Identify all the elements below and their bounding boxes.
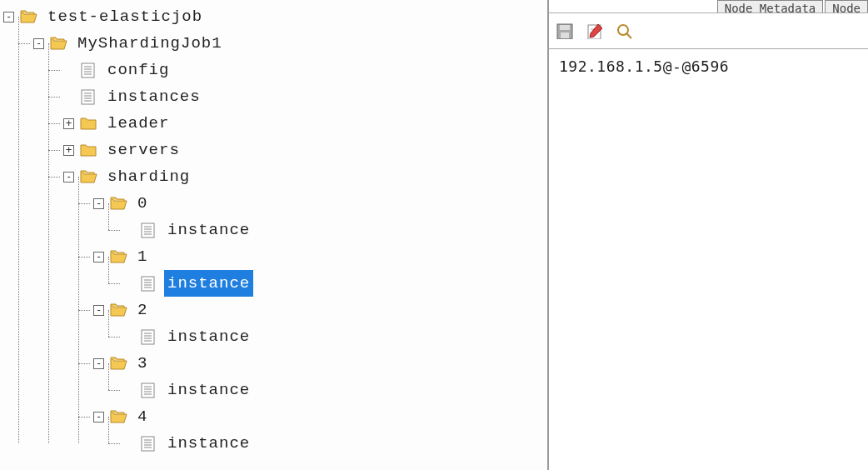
expando-minus[interactable]: -	[3, 12, 14, 22]
expando-plus[interactable]: +	[63, 145, 74, 156]
document-icon	[79, 88, 97, 105]
expando-minus[interactable]: -	[63, 172, 74, 182]
tree-node-instance[interactable]: instance	[123, 217, 547, 243]
tree-node-shard[interactable]: -0instance	[93, 190, 547, 243]
folder-open-icon	[19, 8, 37, 25]
document-icon	[139, 275, 157, 292]
expando-minus[interactable]: -	[93, 198, 104, 209]
tree-node-shard[interactable]: -3instance	[93, 350, 547, 403]
tree-label[interactable]: 4	[134, 403, 151, 430]
tree-node-instances[interactable]: instances	[63, 83, 547, 110]
tree-node-root[interactable]: - test-elasticjob - MyShardingJob1	[3, 3, 547, 457]
expando-spacer	[123, 385, 134, 396]
node-value[interactable]: 192.168.1.5@-@6596	[549, 49, 868, 83]
tree-node-instance[interactable]: instance	[123, 377, 547, 403]
expando-minus[interactable]: -	[33, 38, 44, 49]
folder-open-icon	[109, 302, 127, 318]
tree-label[interactable]: 3	[134, 350, 151, 377]
tree-node-shard[interactable]: -4instance	[93, 403, 547, 457]
tree-label[interactable]: servers	[104, 137, 183, 163]
tree-label[interactable]: instance	[164, 430, 253, 457]
save-icon	[556, 22, 574, 39]
folder-open-icon	[109, 248, 127, 265]
tree-node-shard[interactable]: -1instance	[93, 243, 547, 297]
search-button[interactable]	[617, 20, 639, 42]
document-icon	[79, 62, 97, 78]
expando-spacer	[63, 65, 74, 76]
edit-icon	[586, 22, 604, 39]
document-icon	[139, 382, 157, 398]
document-icon	[139, 328, 157, 345]
expando-spacer	[123, 438, 134, 449]
detail-tabs: Node Metadata Node	[549, 0, 868, 13]
tree-label[interactable]: instance	[164, 217, 253, 243]
tree-label[interactable]: test-elasticjob	[44, 3, 206, 30]
tree-panel: - test-elasticjob - MyShardingJob1	[0, 0, 549, 470]
expando-spacer	[123, 332, 134, 342]
tree-label[interactable]: instance	[164, 323, 253, 350]
folder-open-icon	[109, 408, 127, 425]
expando-spacer	[123, 278, 134, 289]
folder-open-icon	[109, 195, 127, 212]
tree-label[interactable]: instance	[164, 270, 253, 297]
tree-node-leader[interactable]: + leader	[63, 110, 547, 137]
tree-label[interactable]: MyShardingJob1	[74, 30, 226, 57]
tree-label[interactable]: instances	[104, 83, 204, 110]
tree-label[interactable]: instance	[164, 377, 253, 403]
tree-label[interactable]: sharding	[104, 163, 193, 190]
expando-spacer	[123, 225, 134, 236]
folder-closed-icon	[79, 142, 97, 158]
save-button[interactable]	[557, 20, 579, 42]
tree-node-instance[interactable]: instance	[123, 270, 547, 297]
expando-minus[interactable]: -	[93, 305, 104, 316]
tree-label[interactable]: leader	[104, 110, 172, 137]
folder-open-icon	[109, 355, 127, 372]
expando-minus[interactable]: -	[93, 358, 104, 369]
detail-panel: Node Metadata Node 192.168.1.5@-@6596	[549, 0, 868, 470]
tree-node-config[interactable]: config	[63, 57, 547, 83]
tree-node-instance[interactable]: instance	[123, 323, 547, 350]
tree-label[interactable]: config	[104, 57, 172, 83]
tree-node-job[interactable]: - MyShardingJob1 config	[33, 30, 547, 457]
folder-open-icon	[49, 35, 67, 52]
tree-node-sharding[interactable]: - sharding -0instance-1instance-2instanc…	[63, 163, 547, 457]
tree-node-instance[interactable]: instance	[123, 430, 547, 457]
detail-toolbar	[549, 13, 868, 49]
folder-open-icon	[79, 168, 97, 185]
tree-label[interactable]: 2	[134, 297, 151, 323]
tab-node[interactable]: Node	[825, 0, 868, 12]
edit-button[interactable]	[587, 20, 609, 42]
document-icon	[139, 222, 157, 238]
document-icon	[139, 435, 157, 452]
tree-label[interactable]: 1	[134, 243, 151, 270]
tree-view[interactable]: - test-elasticjob - MyShardingJob1	[3, 3, 547, 457]
expando-plus[interactable]: +	[63, 118, 74, 129]
search-icon	[616, 22, 634, 39]
expando-spacer	[63, 92, 74, 102]
folder-closed-icon	[79, 115, 97, 132]
tree-label[interactable]: 0	[134, 190, 151, 217]
tree-node-servers[interactable]: + servers	[63, 137, 547, 163]
expando-minus[interactable]: -	[93, 412, 104, 422]
tree-node-shard[interactable]: -2instance	[93, 297, 547, 350]
expando-minus[interactable]: -	[93, 252, 104, 262]
tab-metadata[interactable]: Node Metadata	[717, 0, 824, 12]
